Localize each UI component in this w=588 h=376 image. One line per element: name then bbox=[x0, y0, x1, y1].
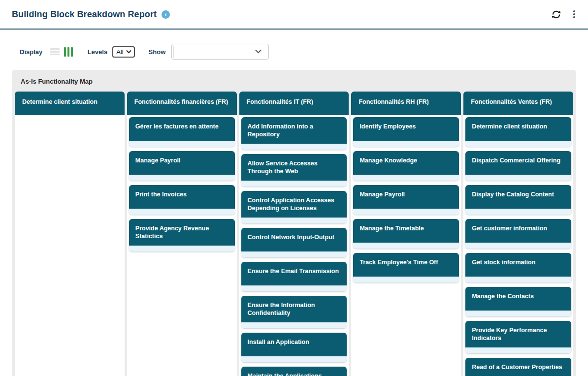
building-block-label: Ensure the Email Transmission bbox=[241, 262, 347, 285]
card-footer-strip bbox=[241, 285, 347, 291]
building-block-card[interactable]: Manage Knowledge bbox=[353, 151, 459, 181]
building-block-card[interactable]: Provide Agency Revenue Statictics bbox=[129, 219, 235, 251]
card-footer-strip bbox=[241, 356, 347, 362]
column-body: Add Information into a Repository Allow … bbox=[239, 115, 349, 376]
building-block-label: Display the Catalog Content bbox=[465, 185, 571, 209]
column-header-card[interactable]: Fonctionnalités IT (FR) bbox=[239, 92, 349, 115]
chevron-down-icon bbox=[255, 49, 261, 54]
building-block-card[interactable]: Print the Invoices bbox=[129, 185, 235, 215]
building-block-label: Get stock information bbox=[465, 253, 571, 277]
card-footer-strip bbox=[129, 175, 235, 181]
building-block-card[interactable]: Maintain the Applications bbox=[241, 367, 347, 376]
building-block-label: Install an Application bbox=[241, 333, 347, 356]
card-footer-strip bbox=[353, 141, 459, 147]
building-block-card[interactable]: Get customer information bbox=[465, 219, 571, 249]
building-block-label: Manage Payroll bbox=[353, 185, 459, 209]
building-block-label: Manage Knowledge bbox=[353, 151, 459, 175]
card-footer-strip bbox=[353, 209, 459, 215]
column-body: Identify Employees Manage Knowledge Mana… bbox=[351, 115, 461, 376]
building-block-card[interactable]: Control Network Input-Output bbox=[241, 228, 347, 257]
show-combobox[interactable] bbox=[171, 44, 269, 60]
column-body: Gérer les factures en attente Manage Pay… bbox=[127, 115, 237, 376]
card-footer-strip bbox=[465, 347, 571, 353]
building-block-card[interactable]: Add Information into a Repository bbox=[241, 117, 347, 150]
card-footer-strip bbox=[129, 209, 235, 215]
building-block-label: Get customer information bbox=[465, 219, 571, 243]
building-block-label: Identify Employees bbox=[353, 117, 459, 141]
building-block-card[interactable]: Get stock information bbox=[465, 253, 571, 282]
header-actions bbox=[551, 9, 577, 20]
card-footer-strip bbox=[129, 246, 235, 251]
building-block-card[interactable]: Provide Key Performance Indicators bbox=[465, 321, 571, 353]
building-block-label: Allow Service Accesses Through the Web bbox=[241, 154, 347, 181]
levels-select[interactable]: All bbox=[112, 46, 134, 58]
building-block-card[interactable]: Identify Employees bbox=[353, 117, 459, 147]
column-header-card[interactable]: Fonctionnalités RH (FR) bbox=[351, 92, 461, 115]
building-block-card[interactable]: Manage Payroll bbox=[129, 151, 235, 181]
card-footer-strip bbox=[465, 209, 571, 215]
card-footer-strip bbox=[241, 251, 347, 257]
building-block-card[interactable]: Read of a Customer Properties bbox=[465, 358, 571, 376]
card-footer-strip bbox=[465, 277, 571, 282]
building-block-card[interactable]: Manage the Timetable bbox=[353, 219, 459, 249]
page-title: Building Block Breakdown Report bbox=[12, 9, 157, 20]
card-footer-strip bbox=[241, 181, 347, 187]
rows-view-icon[interactable] bbox=[49, 47, 61, 57]
building-block-card[interactable]: Manage the Contacts bbox=[465, 287, 571, 316]
building-block-label: Ensure the Information Confidentiality bbox=[241, 296, 347, 322]
card-footer-strip bbox=[465, 243, 571, 249]
building-block-card[interactable]: Gérer les factures en attente bbox=[129, 117, 235, 147]
building-block-label: Manage Payroll bbox=[129, 151, 235, 175]
column-header-label: Determine client situation bbox=[22, 98, 98, 105]
column-header-label: Fonctionnalités Ventes (FR) bbox=[471, 98, 552, 105]
combobox-caret bbox=[173, 46, 174, 58]
functionality-column: Fonctionnalités Ventes (FR) Determine cl… bbox=[463, 92, 573, 376]
building-block-card[interactable]: Control Application Accesses Depending o… bbox=[241, 191, 347, 223]
display-label: Display bbox=[20, 48, 42, 56]
columns-view-icon[interactable] bbox=[63, 46, 73, 58]
toolbar: Display Levels All Show bbox=[20, 43, 588, 60]
info-icon[interactable]: i bbox=[162, 10, 170, 19]
card-footer-strip bbox=[129, 141, 235, 147]
app-header: Building Block Breakdown Report i bbox=[0, 0, 588, 30]
functionality-map-panel: As-Is Functionality Map Determine client… bbox=[12, 70, 576, 376]
building-block-card[interactable]: Ensure the Email Transmission bbox=[241, 262, 347, 291]
building-block-label: Determine client situation bbox=[465, 117, 571, 141]
column-header-card[interactable]: Fonctionnalités Ventes (FR) bbox=[463, 92, 573, 115]
functionality-column: Fonctionnalités financières (FR) Gérer l… bbox=[127, 92, 237, 376]
building-block-card[interactable]: Allow Service Accesses Through the Web bbox=[241, 154, 347, 187]
building-block-label: Track Employee's Time Off bbox=[353, 253, 459, 277]
column-header-label: Fonctionnalités RH (FR) bbox=[359, 98, 428, 105]
card-footer-strip bbox=[465, 141, 571, 147]
card-footer-strip bbox=[353, 277, 459, 282]
panel-title: As-Is Functionality Map bbox=[12, 70, 576, 92]
column-header-label: Fonctionnalités IT (FR) bbox=[247, 98, 313, 105]
building-block-card[interactable]: Install an Application bbox=[241, 333, 347, 362]
card-footer-strip bbox=[465, 175, 571, 181]
title-row: Building Block Breakdown Report i bbox=[12, 9, 170, 20]
building-block-label: Provide Agency Revenue Statictics bbox=[129, 219, 235, 246]
building-block-card[interactable]: Determine client situation bbox=[465, 117, 571, 147]
card-footer-strip bbox=[465, 311, 571, 316]
kebab-menu-icon[interactable] bbox=[571, 9, 577, 19]
column-header-card[interactable]: Fonctionnalités financières (FR) bbox=[127, 92, 237, 115]
column-body bbox=[15, 115, 125, 376]
building-block-card[interactable]: Track Employee's Time Off bbox=[353, 253, 459, 282]
column-header-label: Fonctionnalités financières (FR) bbox=[134, 98, 228, 105]
card-footer-strip bbox=[241, 322, 347, 328]
building-block-label: Gérer les factures en attente bbox=[129, 117, 235, 141]
refresh-icon[interactable] bbox=[551, 9, 561, 20]
column-body: Determine client situation Dispatch Comm… bbox=[463, 115, 573, 376]
building-block-label: Manage the Timetable bbox=[353, 219, 459, 243]
levels-select-value: All bbox=[116, 48, 123, 56]
column-header-card[interactable]: Determine client situation bbox=[15, 92, 125, 115]
card-footer-strip bbox=[241, 144, 347, 150]
building-block-card[interactable]: Dispatch Commercial Offering bbox=[465, 151, 571, 181]
building-block-label: Add Information into a Repository bbox=[241, 117, 347, 144]
building-block-card[interactable]: Ensure the Information Confidentiality bbox=[241, 296, 347, 328]
building-block-card[interactable]: Manage Payroll bbox=[353, 185, 459, 215]
columns-container: Determine client situation Fonctionnalit… bbox=[12, 92, 576, 376]
building-block-card[interactable]: Display the Catalog Content bbox=[465, 185, 571, 215]
functionality-column: Fonctionnalités IT (FR) Add Information … bbox=[239, 92, 349, 376]
card-footer-strip bbox=[353, 175, 459, 181]
